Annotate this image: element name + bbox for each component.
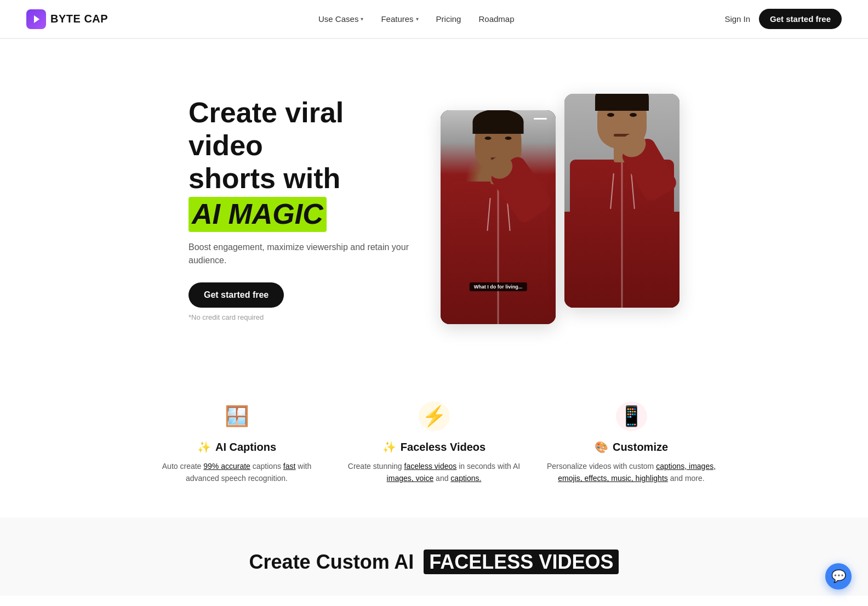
- hero-title: Create viral video shorts with AI MAGIC: [189, 97, 419, 232]
- feature-faceless-videos: ⚡ ✨ Faceless Videos Create stunning face…: [346, 401, 522, 485]
- video-subtitle: What I do for living...: [470, 282, 527, 291]
- features-grid: 🪟 ✨ AI Captions Auto create 99% accurate…: [132, 401, 736, 485]
- sparkle-icon: ✨: [197, 440, 211, 454]
- hero-no-card-text: *No credit card required: [189, 313, 419, 321]
- customize-desc: Personalize videos with custom captions,…: [544, 460, 719, 485]
- hero-text: Create viral video shorts with AI MAGIC …: [189, 97, 419, 321]
- hero-section: Create viral video shorts with AI MAGIC …: [105, 39, 763, 368]
- bottom-title: Create Custom AI FACELESS VIDEOS: [26, 551, 842, 574]
- svg-marker-0: [34, 15, 39, 23]
- hero-videos: What I do for living...: [441, 94, 679, 324]
- faceless-desc: Create stunning faceless videos in secon…: [346, 460, 522, 485]
- ai-captions-icon: 🪟: [225, 405, 249, 428]
- images-voice-link[interactable]: images, voice: [387, 474, 434, 483]
- navbar: BYTE CAP Use Cases ▾ Features ▾ Pricing …: [0, 0, 868, 38]
- logo-text: BYTE CAP: [50, 13, 108, 25]
- nav-features[interactable]: Features ▾: [381, 14, 418, 24]
- bottom-highlight: FACELESS VIDEOS: [424, 550, 619, 574]
- palette-icon: 🎨: [595, 440, 608, 454]
- features-section: 🪟 ✨ AI Captions Auto create 99% accurate…: [105, 368, 763, 518]
- video-dash-icon: [534, 118, 547, 120]
- nav-pricing[interactable]: Pricing: [436, 14, 461, 24]
- nav-links: Use Cases ▾ Features ▾ Pricing Roadmap: [318, 14, 514, 24]
- logo[interactable]: BYTE CAP: [26, 9, 108, 29]
- sparkle-icon-2: ✨: [382, 440, 396, 454]
- nav-get-started-button[interactable]: Get started free: [759, 9, 842, 29]
- video-bg-1: What I do for living...: [441, 110, 556, 324]
- zipper: [498, 182, 499, 324]
- fast-link[interactable]: fast: [283, 462, 296, 471]
- chat-bubble-button[interactable]: 💬: [825, 563, 852, 590]
- customize-title: 🎨 Customize: [544, 440, 719, 454]
- customize-icon-wrap: 📱: [616, 401, 647, 432]
- nav-use-cases[interactable]: Use Cases ▾: [318, 14, 363, 24]
- accurate-link[interactable]: 99% accurate: [203, 462, 250, 471]
- feature-ai-captions: 🪟 ✨ AI Captions Auto create 99% accurate…: [149, 401, 324, 485]
- nav-actions: Sign In Get started free: [724, 9, 842, 29]
- chat-icon: 💬: [831, 569, 846, 584]
- feature-customize: 📱 🎨 Customize Personalize videos with cu…: [544, 401, 719, 485]
- faceless-videos-link[interactable]: faceless videos: [404, 462, 457, 471]
- logo-svg: [31, 14, 41, 24]
- hero-subtitle: Boost engagement, maximize viewership an…: [189, 241, 419, 267]
- hero-get-started-button[interactable]: Get started free: [189, 282, 284, 308]
- bottom-section: Create Custom AI FACELESS VIDEOS: [0, 518, 868, 596]
- chevron-down-icon: ▾: [416, 16, 419, 22]
- faceless-title: ✨ Faceless Videos: [346, 440, 522, 454]
- logo-icon: [26, 9, 46, 29]
- video-bg-2: [564, 94, 679, 308]
- nav-roadmap[interactable]: Roadmap: [478, 14, 514, 24]
- lightning-icon: ⚡: [419, 401, 450, 431]
- video-card-2: [564, 94, 679, 308]
- ai-captions-title: ✨ AI Captions: [149, 440, 324, 454]
- ai-captions-desc: Auto create 99% accurate captions fast w…: [149, 460, 324, 485]
- chevron-down-icon: ▾: [361, 16, 363, 22]
- customize-options-link[interactable]: captions, images, emojis, effects, music…: [558, 462, 716, 483]
- hero-highlight: AI MAGIC: [189, 197, 327, 232]
- phone-icon: 📱: [616, 401, 647, 431]
- captions-link[interactable]: captions.: [450, 474, 481, 483]
- sign-in-link[interactable]: Sign In: [724, 14, 750, 24]
- ai-captions-icon-wrap: 🪟: [221, 401, 252, 432]
- video-card-1: What I do for living...: [441, 110, 556, 324]
- faceless-icon-wrap: ⚡: [419, 401, 449, 432]
